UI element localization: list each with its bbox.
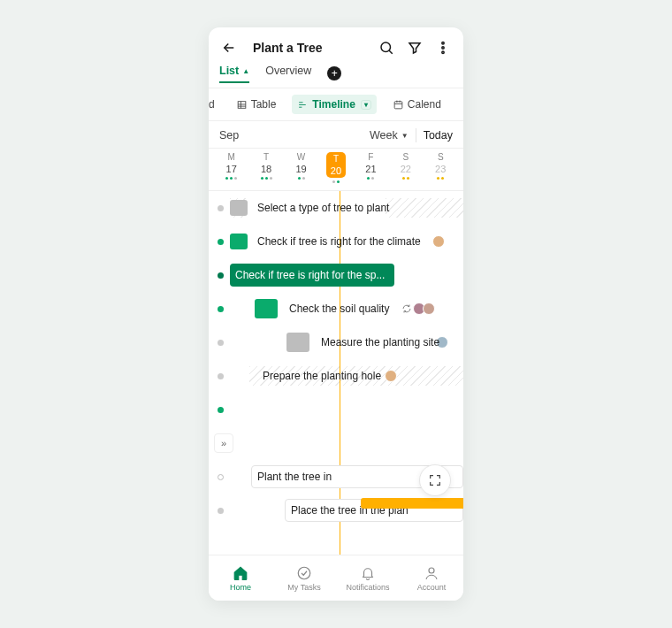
nav-label: Account (417, 583, 447, 592)
svg-point-0 (381, 42, 391, 52)
task-row[interactable]: Measure the planting site (209, 325, 463, 359)
fullscreen-button[interactable] (419, 464, 451, 496)
svg-rect-5 (394, 101, 402, 108)
chevron-down-icon: ▾ (361, 100, 371, 110)
table-icon (236, 99, 248, 111)
day-num: 20 (326, 165, 346, 176)
svg-point-6 (298, 567, 310, 579)
view-calendar[interactable]: Calend (387, 95, 447, 114)
day-dow: S (424, 152, 458, 162)
nav-account[interactable]: Account (400, 555, 463, 601)
timeline-icon (297, 99, 309, 111)
header: Plant a Tree (209, 27, 463, 65)
bell-icon (360, 565, 376, 581)
task-row[interactable]: Select a type of tree to plant (209, 191, 463, 225)
caret-up-icon: ▲ (242, 67, 249, 75)
view-board[interactable]: rd (209, 95, 220, 114)
day-fri[interactable]: F 21 (354, 152, 388, 183)
avatar (385, 370, 397, 382)
view-calendar-label: Calend (408, 98, 441, 111)
nav-home[interactable]: Home (209, 555, 272, 601)
user-icon (424, 565, 439, 581)
hatch (386, 198, 463, 218)
svg-point-2 (442, 47, 444, 49)
task-row: » (209, 426, 463, 460)
task-block[interactable] (230, 234, 248, 249)
day-sun[interactable]: S 23 (424, 152, 458, 183)
svg-rect-4 (238, 101, 246, 108)
task-label: Select a type of tree to plant (257, 202, 389, 214)
month-label: Sep (219, 129, 239, 142)
day-tue[interactable]: T 18 (248, 152, 283, 183)
day-wed[interactable]: W 19 (284, 152, 318, 183)
nav-label: Home (230, 583, 251, 592)
search-icon[interactable] (377, 38, 396, 57)
day-num: 19 (284, 164, 318, 174)
status-dot (218, 205, 224, 211)
task-row[interactable] (209, 393, 463, 426)
add-tab-button[interactable]: + (327, 66, 341, 80)
expand-button[interactable]: » (214, 433, 233, 453)
calendar-icon (393, 99, 404, 111)
task-bar[interactable]: Check if tree is right for the sp... (230, 264, 394, 287)
view-board-label: rd (209, 98, 215, 111)
day-strip: M 17 T 18 W 19 T 20 F 21 S 22 (209, 149, 463, 191)
day-dow: M (214, 152, 248, 162)
task-label: Plant the tree in (257, 471, 332, 483)
view-timeline-label: Timeline (312, 98, 355, 111)
task-block[interactable] (255, 299, 278, 318)
separator (416, 128, 416, 142)
status-dot (218, 340, 224, 346)
task-label: Measure the planting site (321, 336, 439, 348)
avatar (423, 303, 435, 315)
task-label: Check if tree is right for the climate (257, 235, 421, 248)
view-timeline[interactable]: Timeline ▾ (292, 95, 376, 114)
day-thu-today[interactable]: T 20 (318, 152, 353, 183)
nav-label: Notifications (346, 583, 389, 592)
today-button[interactable]: Today (424, 129, 453, 142)
svg-point-3 (442, 51, 444, 53)
date-nav: Sep Week ▼ Today (209, 121, 463, 149)
nav-notifications[interactable]: Notifications (336, 555, 400, 601)
nav-mytasks[interactable]: My Tasks (272, 555, 336, 601)
chevron-down-icon: ▼ (401, 132, 409, 140)
view-tabs: List ▲ Overview + (209, 65, 463, 88)
range-selector[interactable]: Week ▼ (370, 129, 409, 142)
task-row-selected[interactable]: Check if tree is right for the sp... (209, 258, 463, 292)
task-label: Prepare the planting hole (263, 370, 381, 382)
task-block[interactable] (230, 200, 248, 216)
back-button[interactable] (219, 38, 239, 57)
bottom-nav: Home My Tasks Notifications Account (209, 555, 463, 601)
task-row[interactable]: Check the soil quality (209, 292, 463, 325)
day-dow: S (388, 152, 423, 162)
tab-overview[interactable]: Overview (265, 65, 311, 82)
tab-list[interactable]: List ▲ (219, 65, 249, 82)
home-icon (233, 565, 248, 581)
tab-list-label: List (219, 65, 239, 77)
more-icon[interactable] (433, 38, 453, 57)
range-label: Week (370, 129, 398, 142)
filter-icon[interactable] (405, 38, 424, 57)
day-num: 22 (388, 164, 423, 174)
day-dow: W (284, 152, 318, 162)
status-dot (218, 373, 224, 379)
page-title: Plant a Tree (253, 41, 368, 55)
task-block[interactable] (286, 333, 309, 352)
view-table-label: Table (251, 98, 277, 111)
timeline-area[interactable]: Select a type of tree to plant Check if … (209, 191, 463, 555)
day-num: 18 (248, 164, 283, 174)
view-table[interactable]: Table (231, 95, 282, 114)
day-num: 17 (214, 164, 248, 174)
nav-label: My Tasks (287, 583, 320, 592)
task-row[interactable]: Prepare the planting hole (209, 359, 463, 393)
day-dow: T (326, 154, 346, 164)
day-mon[interactable]: M 17 (214, 152, 248, 183)
day-num: 23 (424, 164, 458, 174)
recurring-icon (401, 303, 412, 314)
task-row[interactable]: Check if tree is right for the climate (209, 225, 463, 258)
day-sat[interactable]: S 22 (388, 152, 423, 183)
svg-point-7 (429, 568, 434, 573)
status-dot (218, 272, 224, 279)
app-frame: Plant a Tree List ▲ Overview + rd Table (209, 27, 463, 601)
task-label: Check if tree is right for the sp... (235, 269, 385, 281)
